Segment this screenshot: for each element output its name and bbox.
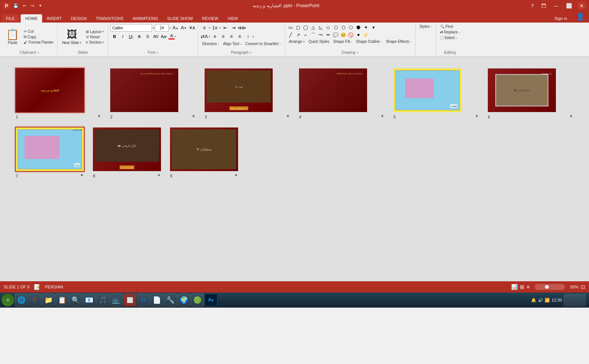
taskbar-search[interactable]: 🔍 bbox=[69, 294, 82, 306]
format-painter-button[interactable]: 🖌 Format Painter bbox=[22, 40, 55, 45]
right-triangle-shape[interactable]: ◺ bbox=[317, 24, 324, 31]
undo-btn[interactable]: ↩ bbox=[21, 3, 28, 9]
clear-formatting-btn[interactable]: ✕A bbox=[188, 24, 196, 32]
slide-thumb-6[interactable]: 🏛 بنای تاریخی متن توضیحات bbox=[487, 68, 557, 113]
diamond-shape[interactable]: ◇ bbox=[325, 24, 332, 31]
taskbar-clipboard2[interactable]: 📋 bbox=[56, 294, 68, 306]
select-button[interactable]: ⬚ Select - bbox=[439, 35, 459, 40]
quick-styles-button[interactable]: Quick Styles bbox=[307, 39, 331, 44]
restore-btn[interactable]: 🗖 bbox=[539, 2, 548, 9]
align-right-btn[interactable]: ≡ bbox=[228, 33, 235, 40]
notes-icon[interactable]: 📝 bbox=[34, 284, 40, 290]
slide-thumb-3[interactable]: ⚔ نبرد نبرد تاریخی در جنگ... bbox=[204, 68, 273, 113]
copy-button[interactable]: ⧉ Copy bbox=[22, 34, 55, 39]
taskbar-word[interactable]: W bbox=[137, 294, 150, 306]
taskbar-browser[interactable]: 🌍 bbox=[178, 294, 190, 306]
save-btn[interactable]: 💾 bbox=[12, 3, 20, 9]
shape-outline-button[interactable]: Shape Outline - bbox=[354, 39, 384, 44]
slide-item-9[interactable]: ⚒ صنعتگران 9 ★ bbox=[169, 127, 239, 178]
start-button[interactable] bbox=[2, 294, 14, 306]
octagon-shape[interactable]: ⯃ bbox=[355, 24, 362, 31]
minimize-btn[interactable]: — bbox=[551, 2, 561, 9]
slide-thumb-8[interactable]: 🏘 بازار تاریخی بازار زمان زندیه bbox=[92, 127, 162, 172]
pentagon-shape[interactable]: ⬠ bbox=[332, 24, 339, 31]
slide-item-1[interactable]: افشاریه و زندیه 1 ★ bbox=[15, 68, 102, 119]
text-direction-btn[interactable]: ⇄A bbox=[200, 33, 208, 40]
slide-thumb-2[interactable]: متن‌های تاریخی درباره دوره افشاریه و زند… bbox=[109, 68, 179, 113]
arrange-button[interactable]: Arrange ▾ bbox=[287, 39, 307, 44]
cut-button[interactable]: ✂ Cut bbox=[22, 29, 55, 34]
customize-qat-btn[interactable]: ▼ bbox=[37, 3, 44, 8]
smiley-shape[interactable]: 😊 bbox=[340, 32, 347, 38]
font-size-input[interactable] bbox=[155, 24, 169, 32]
tab-review[interactable]: REVIEW bbox=[197, 14, 223, 23]
heart-shape[interactable]: ♥ bbox=[355, 32, 362, 38]
slide-thumb-9[interactable]: ⚒ صنعتگران bbox=[169, 127, 239, 172]
find-button[interactable]: 🔍 Find bbox=[439, 24, 454, 29]
slide-item-3[interactable]: ⚔ نبرد نبرد تاریخی در جنگ... 3 ★ bbox=[204, 68, 291, 119]
justify-btn[interactable]: ≡ bbox=[236, 33, 243, 40]
text-shadow-button[interactable]: S bbox=[144, 33, 151, 40]
taskbar-email[interactable]: 📧 bbox=[83, 294, 96, 306]
slide-thumb-1[interactable]: افشاریه و زندیه bbox=[15, 68, 85, 113]
taskbar-music[interactable]: 🎵 bbox=[96, 294, 109, 306]
font-size-dropdown[interactable]: ▾ bbox=[169, 26, 171, 30]
clipboard-expand-icon[interactable]: ↘ bbox=[36, 51, 39, 54]
maximize-btn[interactable]: ⬜ bbox=[564, 2, 574, 9]
text-direction-button[interactable]: Direction - bbox=[200, 41, 221, 46]
rect-shape[interactable]: ▭ bbox=[287, 24, 294, 31]
slide-thumb-4[interactable]: تاریخ ایران در دوران نادرشاه افشار... bbox=[298, 68, 368, 113]
elbow-shape[interactable]: ⌐ bbox=[302, 32, 309, 38]
taskbar-powerpoint-active[interactable]: ⬜ bbox=[123, 294, 136, 306]
taskbar-photoshop[interactable]: Ps bbox=[205, 294, 217, 306]
taskbar-ie[interactable]: 🌐 bbox=[15, 294, 28, 306]
drawing-expand-icon[interactable]: ↘ bbox=[356, 51, 359, 54]
slide-item-6[interactable]: 🏛 بنای تاریخی متن توضیحات 6 ★ bbox=[487, 68, 574, 119]
tab-home[interactable]: HOME bbox=[21, 14, 42, 23]
increase-font-btn[interactable]: A▲ bbox=[172, 24, 179, 32]
line-shape[interactable]: ╱ bbox=[287, 32, 294, 38]
shape-effects-button[interactable]: Shape Effects - bbox=[384, 39, 413, 44]
paragraph-expand-icon[interactable]: ↘ bbox=[249, 51, 252, 54]
slide-thumb-7[interactable]: زندیه نقشه قلمرو bbox=[15, 127, 85, 172]
increase-indent-btn[interactable]: ⇥ bbox=[230, 24, 237, 32]
help-btn[interactable]: ? bbox=[529, 2, 536, 9]
replace-button[interactable]: ⇄ Replace - bbox=[439, 30, 462, 35]
slide-item-5[interactable]: افشاریه 5 ★ bbox=[393, 68, 480, 119]
rounded-rect-shape[interactable]: ▢ bbox=[295, 24, 302, 31]
change-case-button[interactable]: Aa ▾ bbox=[160, 33, 168, 40]
scribble-shape[interactable]: ✏ bbox=[325, 32, 332, 38]
paste-button[interactable]: 📋 Paste bbox=[4, 28, 21, 46]
font-name-input[interactable] bbox=[111, 24, 152, 32]
normal-view-icon[interactable]: 📊 bbox=[511, 284, 518, 290]
line-spacing-btn[interactable]: ↕ bbox=[244, 33, 252, 40]
align-left-btn[interactable]: ≡ bbox=[211, 33, 219, 40]
callout-shape[interactable]: 💬 bbox=[332, 32, 339, 38]
font-color-button[interactable]: A ▾ bbox=[169, 33, 176, 40]
freeform-shape[interactable]: 〜 bbox=[317, 32, 324, 38]
convert-smartart-button[interactable]: Convert to SmartArt - bbox=[244, 41, 282, 46]
heptagon-shape[interactable]: ⬡ bbox=[348, 24, 354, 31]
align-center-btn[interactable]: ≡ bbox=[219, 33, 227, 40]
taskbar-video[interactable]: 📺 bbox=[110, 294, 123, 306]
new-slide-button[interactable]: 🖼 New Slide ▾ bbox=[60, 28, 83, 46]
font-expand-icon[interactable]: ↘ bbox=[156, 51, 159, 54]
taskbar-tool1[interactable]: 🔧 bbox=[164, 294, 177, 306]
bold-button[interactable]: B bbox=[111, 33, 118, 40]
tab-transitions[interactable]: TRANSITIONS bbox=[91, 14, 128, 23]
more-shapes-btn[interactable]: ▾ bbox=[370, 24, 377, 31]
redo-btn[interactable]: ↪ bbox=[29, 3, 36, 9]
slide-item-4[interactable]: تاریخ ایران در دوران نادرشاه افشار... 4 … bbox=[298, 68, 385, 119]
slide-item-8[interactable]: 🏘 بازار تاریخی بازار زمان زندیه 8 ★ bbox=[92, 127, 162, 178]
taskbar-chrome[interactable]: 🟢 bbox=[191, 294, 204, 306]
numbering-btn[interactable]: 1≡ bbox=[211, 24, 219, 32]
slide-thumb-5[interactable]: افشاریه bbox=[393, 68, 462, 113]
section-button[interactable]: ≡ Section ▾ bbox=[84, 40, 106, 45]
tab-design[interactable]: DESIGN bbox=[66, 14, 91, 23]
reset-button[interactable]: ↺ Reset bbox=[84, 35, 106, 39]
taskbar-powerpoint-shortcut[interactable]: P bbox=[29, 294, 41, 306]
slide-item-7[interactable]: زندیه نقشه قلمرو 7 ★ bbox=[15, 127, 85, 178]
taskbar-acrobat[interactable]: 📄 bbox=[150, 294, 163, 306]
arc-shape[interactable]: ⌒ bbox=[310, 32, 317, 38]
columns-btn[interactable]: ⧏⧐ bbox=[238, 24, 246, 32]
